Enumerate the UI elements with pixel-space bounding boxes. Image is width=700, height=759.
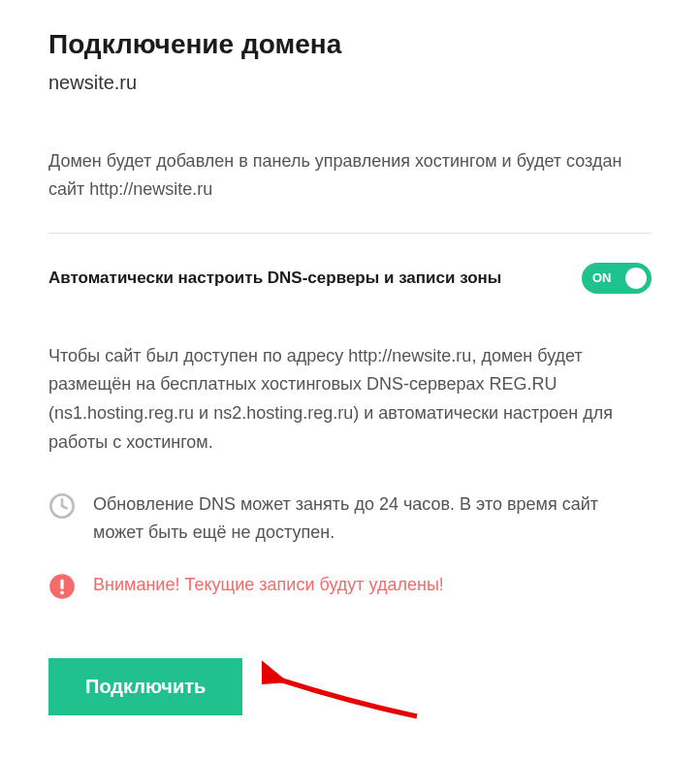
dns-toggle[interactable]: ON (582, 263, 652, 294)
toggle-knob (625, 268, 647, 289)
svg-point-3 (60, 590, 64, 594)
toggle-state-text: ON (592, 270, 612, 285)
warning-text: Внимание! Текущие записи будут удалены! (93, 571, 444, 599)
domain-name: newsite.ru (48, 72, 652, 94)
svg-rect-2 (60, 579, 63, 589)
alert-icon (48, 573, 76, 600)
clock-icon (48, 492, 76, 520)
connect-button[interactable]: Подключить (48, 658, 242, 715)
time-note-row: Обновление DNS может занять до 24 часов.… (48, 490, 652, 547)
divider (48, 233, 652, 234)
intro-text: Домен будет добавлен в панель управления… (48, 147, 652, 204)
dns-description: Чтобы сайт был доступен по адресу http:/… (48, 342, 652, 458)
pointer-arrow-icon (262, 648, 427, 726)
dns-toggle-label: Автоматически настроить DNS-серверы и за… (48, 269, 501, 288)
action-row: Подключить (48, 648, 652, 726)
page-title: Подключение домена (48, 29, 652, 60)
warning-row: Внимание! Текущие записи будут удалены! (48, 571, 652, 600)
time-note-text: Обновление DNS может занять до 24 часов.… (93, 490, 652, 547)
dns-toggle-row: Автоматически настроить DNS-серверы и за… (48, 263, 652, 294)
